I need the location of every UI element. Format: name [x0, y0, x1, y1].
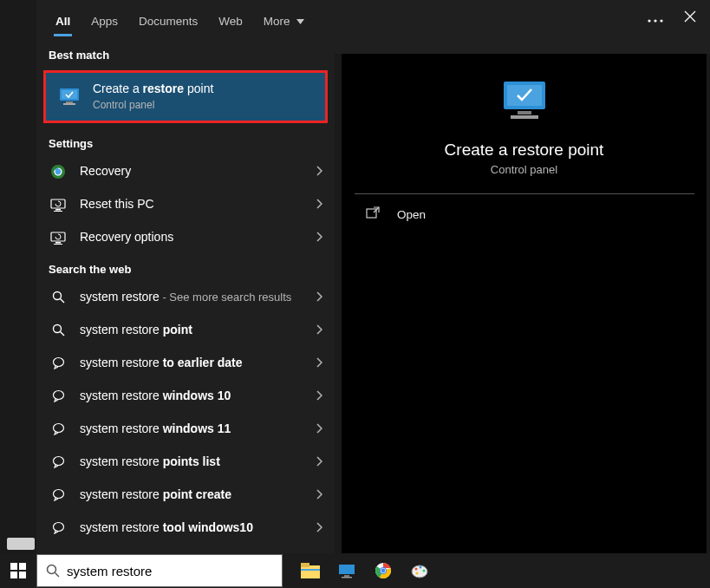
- svg-point-53: [423, 570, 426, 572]
- web-item-5[interactable]: system restore points list: [36, 446, 335, 479]
- tab-apps[interactable]: Apps: [81, 4, 128, 36]
- detail-monitor-icon: [497, 76, 552, 127]
- tab-more[interactable]: More: [253, 4, 316, 36]
- taskbar: [0, 553, 710, 588]
- svg-point-26: [53, 490, 63, 499]
- settings-label: Recovery: [80, 164, 316, 180]
- svg-point-38: [48, 565, 56, 574]
- tab-documents[interactable]: Documents: [128, 4, 208, 36]
- open-label: Open: [397, 208, 426, 221]
- web-item-0[interactable]: system restore - See more search results: [36, 281, 335, 314]
- chevron-right-icon: [316, 487, 322, 503]
- web-item-4[interactable]: system restore windows 11: [36, 413, 335, 446]
- svg-rect-13: [55, 209, 61, 211]
- web-item-label: system restore windows 10: [80, 389, 316, 404]
- svg-rect-9: [63, 103, 75, 105]
- svg-point-54: [416, 572, 419, 575]
- best-match-result[interactable]: Create a restore point Control panel: [43, 70, 328, 123]
- web-item-3[interactable]: system restore windows 10: [36, 380, 335, 413]
- taskbar-file-explorer[interactable]: [300, 560, 321, 581]
- svg-point-25: [53, 457, 63, 466]
- chevron-right-icon: [316, 197, 322, 212]
- svg-point-51: [415, 568, 418, 571]
- section-best-match: Best match: [36, 40, 335, 67]
- reset-pc-icon: [49, 195, 68, 214]
- chevron-right-icon: [316, 454, 322, 470]
- svg-rect-42: [301, 569, 320, 571]
- detail-panel: Create a restore point Control panel Ope…: [342, 54, 707, 555]
- svg-point-23: [53, 391, 63, 400]
- svg-point-27: [53, 523, 63, 532]
- shield-restore-icon: [49, 162, 68, 181]
- chat-icon: [49, 387, 68, 406]
- settings-item-reset-pc[interactable]: Reset this PC: [36, 188, 335, 221]
- chevron-down-icon: [296, 19, 304, 24]
- svg-rect-34: [10, 563, 17, 570]
- svg-point-2: [660, 19, 662, 22]
- chevron-right-icon: [316, 356, 322, 371]
- chat-icon: [49, 453, 68, 472]
- search-icon: [49, 288, 68, 307]
- svg-line-21: [60, 332, 64, 336]
- web-item-7[interactable]: system restore tool windows10: [36, 512, 335, 545]
- web-item-1[interactable]: system restore point: [36, 314, 335, 347]
- chat-icon: [49, 420, 68, 439]
- section-settings: Settings: [36, 128, 335, 155]
- recovery-options-icon: [49, 228, 68, 247]
- svg-rect-32: [367, 209, 376, 218]
- chevron-right-icon: [316, 290, 322, 305]
- chevron-right-icon: [316, 230, 322, 245]
- svg-rect-41: [301, 563, 309, 567]
- scrollbar[interactable]: [7, 538, 35, 550]
- left-gutter: [0, 0, 36, 555]
- svg-point-20: [53, 325, 61, 333]
- svg-marker-5: [296, 19, 304, 24]
- search-icon: [49, 321, 68, 340]
- open-icon: [366, 206, 381, 222]
- tab-all[interactable]: All: [45, 4, 81, 36]
- web-item-label: system restore windows 11: [80, 421, 316, 437]
- detail-title: Create a restore point: [445, 140, 604, 160]
- chevron-right-icon: [316, 421, 322, 437]
- close-button[interactable]: [684, 10, 696, 26]
- web-item-label: system restore to earlier date: [80, 356, 316, 371]
- svg-rect-31: [511, 115, 538, 119]
- best-match-title: Create a restore point: [93, 82, 313, 97]
- svg-rect-37: [19, 572, 26, 578]
- chat-icon: [49, 486, 68, 505]
- svg-point-1: [654, 19, 656, 22]
- settings-label: Recovery options: [80, 230, 316, 245]
- web-item-label: system restore tool windows10: [80, 520, 316, 536]
- chat-icon: [49, 354, 68, 373]
- best-match-subtitle: Control panel: [93, 99, 313, 112]
- svg-rect-17: [54, 244, 62, 245]
- svg-rect-14: [54, 211, 62, 212]
- chevron-right-icon: [316, 520, 322, 536]
- tab-web[interactable]: Web: [208, 4, 253, 36]
- settings-item-recovery[interactable]: Recovery: [36, 155, 335, 188]
- svg-rect-40: [301, 565, 320, 578]
- more-options-button[interactable]: [648, 10, 663, 26]
- web-item-6[interactable]: system restore point create: [36, 479, 335, 512]
- svg-point-18: [53, 292, 61, 300]
- open-action[interactable]: Open: [342, 194, 707, 234]
- svg-line-39: [55, 573, 60, 578]
- svg-rect-43: [339, 565, 355, 574]
- svg-rect-35: [19, 563, 26, 570]
- web-item-2[interactable]: system restore to earlier date: [36, 347, 335, 380]
- chevron-right-icon: [316, 164, 322, 180]
- monitor-restore-icon: [58, 85, 81, 108]
- svg-point-0: [648, 19, 650, 22]
- web-item-label: system restore - See more search results: [80, 290, 316, 305]
- windows-logo-icon: [10, 563, 26, 578]
- web-item-label: system restore points list: [80, 454, 316, 470]
- settings-label: Reset this PC: [80, 197, 316, 212]
- taskbar-paint[interactable]: [409, 560, 430, 581]
- svg-point-49: [381, 569, 386, 573]
- settings-item-recovery-options[interactable]: Recovery options: [36, 221, 335, 254]
- start-button[interactable]: [0, 553, 36, 588]
- taskbar-app-monitor[interactable]: [336, 560, 357, 581]
- taskbar-chrome[interactable]: [373, 560, 394, 581]
- taskbar-search-box[interactable]: [36, 554, 283, 587]
- search-input[interactable]: [67, 555, 273, 586]
